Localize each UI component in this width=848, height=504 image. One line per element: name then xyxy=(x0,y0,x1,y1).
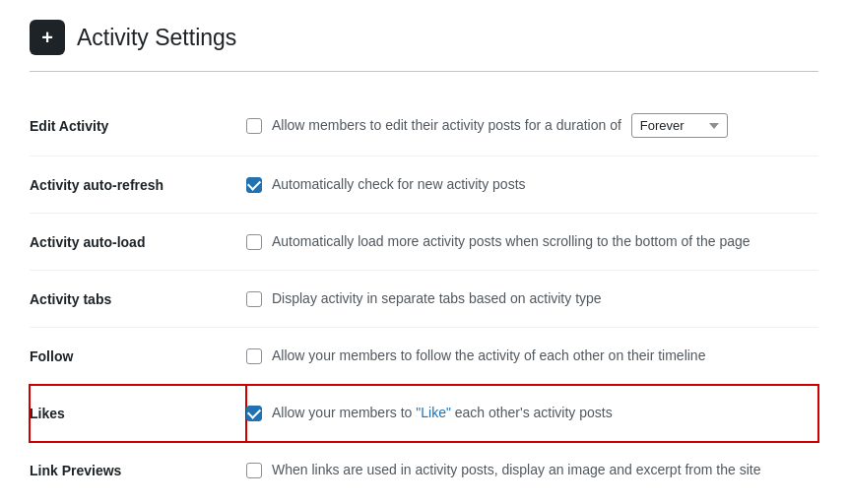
label-cell-activity-auto-load: Activity auto-load xyxy=(30,214,246,271)
label-cell-edit-activity: Edit Activity xyxy=(30,95,246,157)
setting-row-link-previews: Link PreviewsWhen links are used in acti… xyxy=(30,442,818,499)
control-cell-activity-tabs: Display activity in separate tabs based … xyxy=(246,271,818,328)
header-divider xyxy=(30,71,818,72)
control-cell-edit-activity: Allow members to edit their activity pos… xyxy=(246,95,818,157)
label-follow: Follow xyxy=(30,348,73,364)
label-link-previews: Link Previews xyxy=(30,463,121,478)
label-likes: Likes xyxy=(30,406,65,421)
setting-row-follow: FollowAllow your members to follow the a… xyxy=(30,328,818,385)
setting-row-likes: LikesAllow your members to "Like" each o… xyxy=(30,385,818,442)
checkbox-activity-tabs[interactable] xyxy=(246,291,262,307)
control-cell-link-previews: When links are used in activity posts, d… xyxy=(246,442,818,499)
row-content-edit-activity: Allow members to edit their activity pos… xyxy=(246,113,818,138)
row-content-link-previews: When links are used in activity posts, d… xyxy=(246,460,818,480)
label-edit-activity: Edit Activity xyxy=(30,118,108,134)
label-cell-follow: Follow xyxy=(30,328,246,385)
icon-symbol: + xyxy=(41,27,53,49)
desc-activity-tabs: Display activity in separate tabs based … xyxy=(272,288,602,309)
checkbox-link-previews[interactable] xyxy=(246,463,262,478)
row-content-likes: Allow your members to "Like" each other'… xyxy=(246,403,818,423)
checkbox-activity-auto-load[interactable] xyxy=(246,234,262,250)
checkbox-likes[interactable] xyxy=(246,406,262,421)
checkbox-follow[interactable] xyxy=(246,348,262,364)
desc-likes: Allow your members to "Like" each other'… xyxy=(272,403,613,423)
settings-page: + Activity Settings Edit ActivityAllow m… xyxy=(0,0,848,504)
label-cell-activity-tabs: Activity tabs xyxy=(30,271,246,328)
desc-link-previews: When links are used in activity posts, d… xyxy=(272,460,760,480)
desc-activity-auto-refresh: Automatically check for new activity pos… xyxy=(272,174,526,195)
page-header: + Activity Settings xyxy=(30,20,818,55)
row-content-activity-auto-load: Automatically load more activity posts w… xyxy=(246,231,818,252)
checkbox-edit-activity[interactable] xyxy=(246,118,262,134)
control-cell-likes: Allow your members to "Like" each other'… xyxy=(246,385,818,442)
label-activity-auto-load: Activity auto-load xyxy=(30,234,145,250)
label-cell-activity-auto-refresh: Activity auto-refresh xyxy=(30,157,246,214)
likes-link-text: "Like" xyxy=(416,405,451,420)
row-content-activity-tabs: Display activity in separate tabs based … xyxy=(246,288,818,309)
select-edit-activity[interactable]: Forever15 minutes30 minutes1 hour6 hours… xyxy=(631,113,728,138)
control-cell-follow: Allow your members to follow the activit… xyxy=(246,328,818,385)
row-content-follow: Allow your members to follow the activit… xyxy=(246,346,818,366)
control-cell-activity-auto-load: Automatically load more activity posts w… xyxy=(246,214,818,271)
setting-row-activity-auto-refresh: Activity auto-refreshAutomatically check… xyxy=(30,157,818,214)
label-activity-tabs: Activity tabs xyxy=(30,291,111,307)
label-activity-auto-refresh: Activity auto-refresh xyxy=(30,177,163,193)
desc-activity-auto-load: Automatically load more activity posts w… xyxy=(272,231,750,252)
setting-row-edit-activity: Edit ActivityAllow members to edit their… xyxy=(30,95,818,157)
label-cell-likes: Likes xyxy=(30,385,246,442)
page-icon: + xyxy=(30,20,65,55)
control-cell-activity-auto-refresh: Automatically check for new activity pos… xyxy=(246,157,818,214)
desc-edit-activity: Allow members to edit their activity pos… xyxy=(272,115,621,136)
settings-table: Edit ActivityAllow members to edit their… xyxy=(30,95,818,498)
page-title: Activity Settings xyxy=(77,25,236,51)
setting-row-activity-auto-load: Activity auto-loadAutomatically load mor… xyxy=(30,214,818,271)
label-cell-link-previews: Link Previews xyxy=(30,442,246,499)
desc-follow: Allow your members to follow the activit… xyxy=(272,346,705,366)
checkbox-activity-auto-refresh[interactable] xyxy=(246,177,262,193)
setting-row-activity-tabs: Activity tabsDisplay activity in separat… xyxy=(30,271,818,328)
row-content-activity-auto-refresh: Automatically check for new activity pos… xyxy=(246,174,818,195)
